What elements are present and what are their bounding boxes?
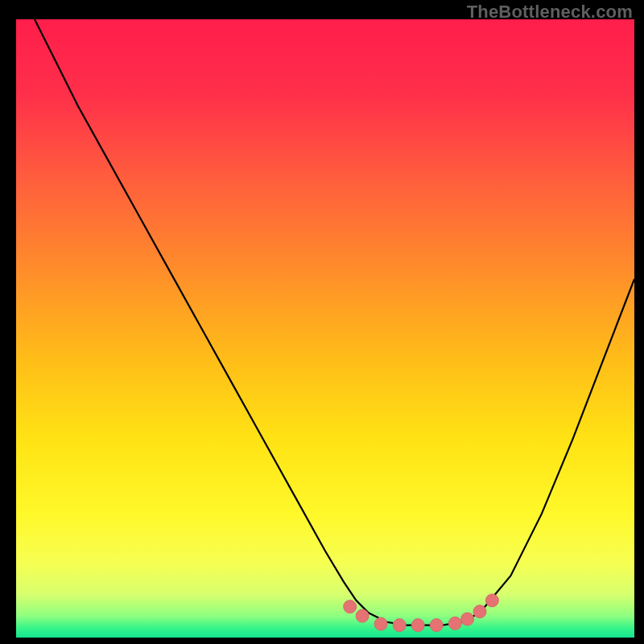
chart-frame: [16, 19, 634, 638]
marker-dot: [473, 605, 486, 618]
marker-dot: [448, 617, 461, 630]
marker-dot: [393, 619, 406, 632]
marker-dot: [344, 601, 357, 613]
marker-dot: [374, 617, 387, 630]
marker-dot: [430, 619, 443, 632]
marker-dot: [461, 613, 474, 625]
bottleneck-chart: [16, 19, 634, 638]
marker-dot: [411, 619, 424, 632]
marker-dot: [485, 594, 498, 607]
gradient-background: [16, 19, 634, 638]
marker-dot: [356, 609, 369, 622]
